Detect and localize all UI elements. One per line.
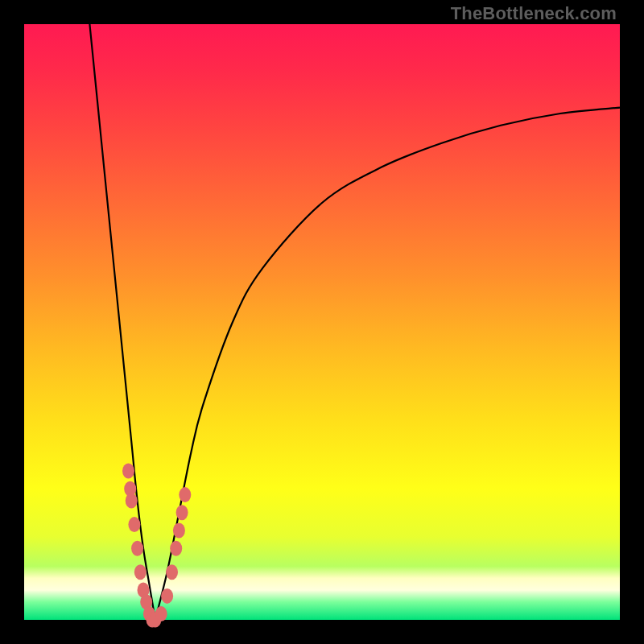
data-point-marker <box>134 564 147 580</box>
data-markers <box>122 464 191 628</box>
attribution-label: TheBottleneck.com <box>451 3 617 24</box>
data-point-marker <box>131 541 143 556</box>
data-point-marker <box>122 464 134 479</box>
data-point-marker <box>176 505 188 520</box>
data-point-marker <box>179 487 191 502</box>
curve-segment <box>155 108 620 620</box>
data-point-marker <box>128 517 140 532</box>
data-point-marker <box>170 541 182 556</box>
curve-segment <box>89 24 155 620</box>
data-point-marker <box>173 523 185 539</box>
curve-layer <box>24 24 620 620</box>
plot-area <box>24 24 620 620</box>
bottleneck-v-curve <box>89 24 620 620</box>
chart-container: TheBottleneck.com <box>0 0 644 644</box>
data-point-marker <box>161 588 173 604</box>
data-point-marker <box>126 493 138 509</box>
data-point-marker <box>166 564 178 580</box>
data-point-marker <box>155 606 167 621</box>
